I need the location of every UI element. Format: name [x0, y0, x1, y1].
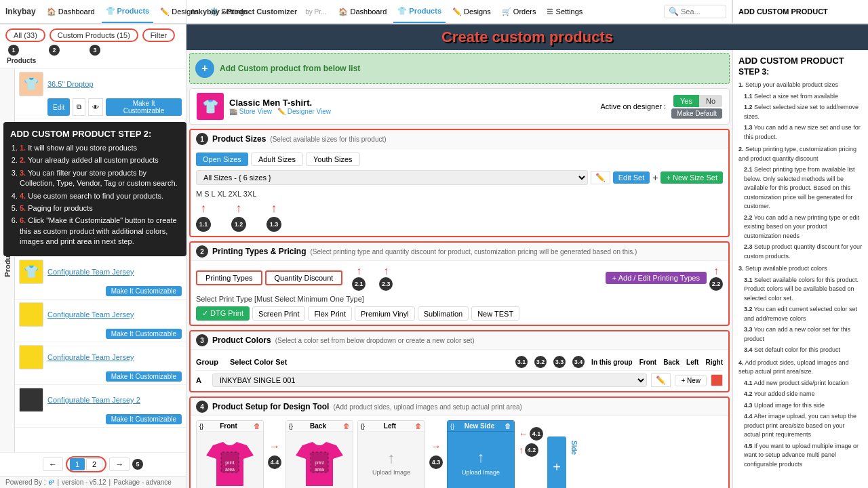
- front-tshirt-svg: print area: [206, 435, 254, 488]
- sizes-tab-adult[interactable]: Adult Sizes: [251, 152, 303, 166]
- page-1-btn[interactable]: 1: [70, 458, 85, 470]
- nav-settings-right[interactable]: ☰ Settings: [542, 7, 587, 16]
- sizes-tab-youth[interactable]: Youth Sizes: [306, 152, 360, 166]
- filter-all-btn[interactable]: All (33): [5, 28, 45, 42]
- sizes-tab-open[interactable]: Open Sizes: [196, 152, 248, 166]
- color-swatch: [711, 374, 723, 386]
- front-delete-btn[interactable]: 🗑: [254, 422, 260, 430]
- color-new-btn[interactable]: + New: [675, 375, 707, 386]
- product-name-6[interactable]: Configurable Team Jersey: [47, 310, 134, 319]
- make-customizable-btn-5[interactable]: Make It Customizable: [106, 286, 182, 296]
- far-right-nav-placeholder: ADD CUSTOM PRODUCT: [738, 7, 828, 16]
- setup-label-44: 4.4: [268, 455, 281, 469]
- upload-btn-new[interactable]: Upload Image: [462, 469, 500, 476]
- make-customizable-btn-6[interactable]: Make It Customizable: [106, 329, 182, 339]
- edit-btn-1[interactable]: Edit: [47, 98, 70, 116]
- setup-label-41: 4.1: [530, 427, 543, 441]
- badge-5: 5: [132, 459, 143, 470]
- product-name-1[interactable]: 36.5" Droptop: [47, 80, 94, 88]
- step2-overlay: ADD CUSTOM PRODUCT STEP 2: 1. It will sh…: [3, 122, 186, 256]
- print-tab-quantity[interactable]: Quantity Discount: [265, 270, 343, 285]
- size-edit-icon[interactable]: ✏️: [591, 171, 610, 184]
- screen-print-btn[interactable]: Screen Print: [252, 306, 306, 321]
- page-2-btn[interactable]: 2: [86, 458, 102, 470]
- setup-label-43: 4.3: [429, 455, 443, 469]
- left-side-label: Left: [384, 422, 396, 430]
- designer-view-link[interactable]: ✏️ Designer View: [277, 108, 331, 115]
- search-input[interactable]: [681, 7, 722, 16]
- toggle-yes-btn[interactable]: Yes: [673, 95, 699, 107]
- sublimation-btn[interactable]: Sublimation: [418, 306, 469, 321]
- copy-btn-1[interactable]: ⧉: [73, 98, 85, 116]
- list-item: Configurable Team Jersey 2 Make It Custo…: [15, 385, 186, 428]
- nav-designs-right[interactable]: ✏️ Designs: [448, 7, 495, 16]
- prev-page-btn[interactable]: ←: [43, 458, 63, 471]
- new-test-btn[interactable]: New TEST: [471, 306, 519, 321]
- make-default-btn[interactable]: Make Default: [671, 108, 722, 119]
- edit-set-btn[interactable]: Edit Set: [613, 171, 650, 184]
- product-colors-section: 3 Product Colors (Select a color set fro…: [189, 330, 730, 392]
- print-label-22: 2.2: [709, 277, 723, 291]
- add-custom-banner: + Add Custom product from below list: [189, 53, 730, 84]
- far-right-step: STEP 3:: [738, 67, 863, 77]
- col-group-header: Group: [196, 358, 223, 366]
- far-right-title: ADD CUSTOM PRODUCT: [738, 56, 863, 66]
- product-name-5[interactable]: Configurable Team Jersey: [47, 268, 134, 276]
- front-label: Front: [220, 422, 237, 430]
- dtg-print-btn[interactable]: ✓ DTG Print: [196, 306, 250, 321]
- nav-dashboard-left[interactable]: 🏠 Dashboard: [43, 7, 99, 16]
- toggle-no-btn[interactable]: No: [699, 95, 722, 107]
- app-logo: Inkybay: [5, 7, 36, 16]
- add-side-btn[interactable]: +: [547, 436, 566, 488]
- color-set-select[interactable]: INKYBAY SINGLE 001: [212, 373, 647, 387]
- add-custom-text: Add Custom product from below list: [220, 64, 360, 73]
- nav-dashboard-right[interactable]: 🏠 Dashboard: [334, 7, 391, 16]
- upload-arrow-new: ↑: [477, 449, 485, 466]
- print-label-23: 2.3: [379, 277, 393, 291]
- filter-bar: All (33) Custom Products (15) Filter 1 2…: [0, 24, 186, 69]
- premium-vinyl-btn[interactable]: Premium Vinyl: [355, 306, 415, 321]
- products-icon-left: 👕: [106, 7, 115, 16]
- filter-btn[interactable]: Filter: [142, 28, 175, 42]
- product-name-8[interactable]: Configurable Team Jersey 2: [47, 396, 140, 404]
- setup-section-title: Product Setup for Design Tool: [212, 402, 329, 411]
- size-label-12: 1.2: [231, 217, 246, 232]
- product-thumb-8: [19, 388, 43, 412]
- left-delete-btn[interactable]: 🗑: [415, 422, 422, 430]
- product-name-7[interactable]: Configurable Team Jersey: [47, 353, 134, 361]
- nav-orders-right[interactable]: 🛒 Orders: [498, 7, 540, 16]
- nav-products-right[interactable]: 👕 Products: [393, 0, 446, 23]
- filter-custom-btn[interactable]: Custom Products (15): [50, 28, 138, 42]
- new-side-delete-btn[interactable]: 🗑: [505, 422, 511, 430]
- new-size-set-btn[interactable]: + New Size Set: [660, 171, 723, 184]
- printing-section-subtitle: (Select printing type and quantity disco…: [310, 248, 723, 256]
- col-right: Right: [705, 359, 723, 366]
- far-right-panel: ADD CUSTOM PRODUCT STEP 3: 1. Setup your…: [732, 50, 868, 488]
- search-box[interactable]: 🔍: [664, 5, 726, 18]
- add-edit-printing-btn[interactable]: + Add / Edit Printing Types: [606, 272, 707, 284]
- product-setup-section: 4 Product Setup for Design Tool (Add pro…: [189, 396, 730, 488]
- print-tab-types[interactable]: Printing Types: [196, 270, 262, 285]
- nav-products-left[interactable]: 👕 Products: [102, 0, 154, 23]
- search-icon-right: 🔍: [669, 7, 679, 16]
- back-delete-btn[interactable]: 🗑: [343, 422, 350, 430]
- col-32-header: 3.2: [534, 356, 547, 368]
- list-item: Configurable Team Jersey Make It Customi…: [15, 300, 186, 342]
- back-tshirt-svg: print area: [296, 435, 343, 488]
- color-edit-icon[interactable]: ✏️: [651, 373, 671, 387]
- view-btn-1[interactable]: 👁: [88, 98, 103, 116]
- size-set-select[interactable]: All Sizes - { 6 sizes }: [196, 170, 588, 185]
- product-title: Classic Men T-shirt.: [229, 98, 331, 108]
- next-page-btn[interactable]: →: [109, 458, 130, 471]
- make-customizable-btn-1[interactable]: Make It Customizable: [106, 98, 182, 116]
- make-customizable-btn-7[interactable]: Make It Customizable: [106, 371, 182, 382]
- store-view-link[interactable]: 🏬 Store View: [229, 108, 272, 115]
- col-back: Back: [663, 359, 679, 366]
- side-card-left: {} Left 🗑 ↑ Upload Image: [357, 420, 425, 488]
- upload-btn-left[interactable]: Upload Image: [372, 469, 410, 476]
- side-card-front: {} Front 🗑 print area: [196, 420, 264, 488]
- list-item: 👕 Configurable Team Jersey Make It Custo…: [15, 257, 186, 300]
- make-customizable-btn-8[interactable]: Make It Customizable: [106, 414, 182, 424]
- flex-print-btn[interactable]: Flex Print: [308, 306, 351, 321]
- size-tags: M S L XL 2XL 3XL: [196, 188, 723, 200]
